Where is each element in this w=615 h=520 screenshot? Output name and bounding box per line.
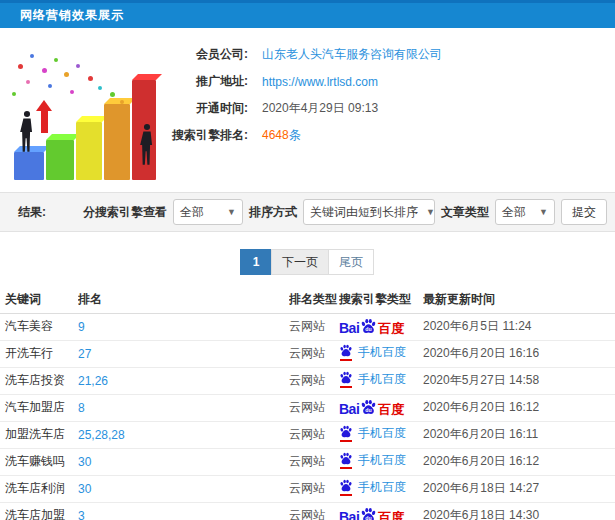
- header-engine-type: 搜索引擎类型: [339, 287, 423, 313]
- updated-time-cell: 2020年6月18日 14:27: [423, 475, 615, 502]
- info-row-company: 会员公司: 山东老人头汽车服务咨询有限公司: [170, 41, 615, 68]
- rank-count-value: 4648条: [262, 127, 301, 144]
- mobile-baidu-logo: 手机百度: [339, 344, 406, 361]
- header-updated: 最新更新时间: [423, 287, 615, 313]
- company-link[interactable]: 山东老人头汽车服务咨询有限公司: [262, 46, 442, 63]
- baidu-logo: Baidu百度: [339, 507, 404, 520]
- baidu-paw-icon: du: [360, 318, 377, 335]
- engine-type-cell: 手机百度: [339, 448, 423, 475]
- updated-time-cell: 2020年6月18日 14:30: [423, 502, 615, 520]
- top-section: 会员公司: 山东老人头汽车服务咨询有限公司 推广地址: https://www.…: [0, 28, 615, 192]
- rank-type-cell: 云网站: [289, 475, 339, 502]
- chevron-down-icon: ▼: [539, 207, 548, 217]
- table-row: 加盟洗车店25,28,28云网站手机百度2020年6月20日 16:11: [0, 421, 615, 448]
- engine-type-cell: Baidu百度: [339, 502, 423, 520]
- keyword-cell: 加盟洗车店: [0, 421, 78, 448]
- sort-select[interactable]: 关键词由短到长排序 ▼: [303, 199, 435, 225]
- header-rank: 排名: [78, 287, 289, 313]
- page-header: 网络营销效果展示: [0, 0, 615, 28]
- mobile-baidu-logo: 手机百度: [339, 371, 406, 388]
- keyword-cell: 洗车店利润: [0, 475, 78, 502]
- sort-label: 排序方式: [249, 204, 297, 221]
- next-page-button[interactable]: 下一页: [271, 249, 329, 275]
- header-rank-type: 排名类型: [289, 287, 339, 313]
- article-type-label: 文章类型: [441, 204, 489, 221]
- updated-time-cell: 2020年5月27日 14:58: [423, 367, 615, 394]
- baidu-paw-icon: [339, 425, 353, 441]
- businessman-figure: [138, 120, 156, 170]
- promo-url-link[interactable]: https://www.lrtlsd.com: [262, 75, 378, 89]
- mobile-baidu-logo: 手机百度: [339, 425, 406, 442]
- updated-time-cell: 2020年6月20日 16:16: [423, 340, 615, 367]
- result-label: 结果:: [18, 204, 46, 221]
- baidu-paw-icon: du: [360, 399, 377, 416]
- engine-filter-selected-value: 全部: [180, 204, 204, 221]
- rank-cell[interactable]: 30: [78, 448, 289, 475]
- rank-type-cell: 云网站: [289, 394, 339, 421]
- open-time-label: 开通时间:: [170, 100, 248, 117]
- rank-cell[interactable]: 9: [78, 313, 289, 340]
- rank-type-cell: 云网站: [289, 367, 339, 394]
- rank-cell[interactable]: 30: [78, 475, 289, 502]
- page-title: 网络营销效果展示: [20, 7, 124, 24]
- table-body: 汽车美容9云网站Baidu百度2020年6月5日 11:24开洗车行27云网站手…: [0, 313, 615, 520]
- article-type-select[interactable]: 全部 ▼: [495, 199, 555, 225]
- article-type-selected-value: 全部: [502, 204, 526, 221]
- last-page-button[interactable]: 尾页: [328, 249, 374, 275]
- illustration-bar-orange: [104, 104, 130, 180]
- updated-time-cell: 2020年6月20日 16:12: [423, 394, 615, 421]
- illustration-bar-blue: [14, 152, 44, 180]
- engine-filter-label: 分搜索引擎查看: [83, 204, 167, 221]
- submit-button[interactable]: 提交: [561, 199, 607, 225]
- baidu-logo: Baidu百度: [339, 318, 404, 335]
- rank-cell[interactable]: 27: [78, 340, 289, 367]
- table-row: 汽车加盟店8云网站Baidu百度2020年6月20日 16:12: [0, 394, 615, 421]
- engine-type-cell: 手机百度: [339, 475, 423, 502]
- sort-selected-value: 关键词由短到长排序: [310, 204, 418, 221]
- chevron-down-icon: ▼: [426, 207, 435, 217]
- ranking-table: 关键词 排名 排名类型 搜索引擎类型 最新更新时间 汽车美容9云网站Baidu百…: [0, 287, 615, 520]
- engine-type-cell: 手机百度: [339, 367, 423, 394]
- account-info: 会员公司: 山东老人头汽车服务咨询有限公司 推广地址: https://www.…: [170, 28, 615, 192]
- illustration-bar-yellow: [76, 122, 102, 180]
- open-time-value: 2020年4月29日 09:13: [262, 100, 378, 117]
- rank-count-label: 搜索引擎排名:: [170, 127, 248, 144]
- businessman-figure: [18, 110, 36, 154]
- illustration-bar-green: [46, 140, 74, 180]
- mobile-baidu-logo: 手机百度: [339, 479, 406, 496]
- rank-cell[interactable]: 8: [78, 394, 289, 421]
- baidu-paw-icon: [339, 371, 353, 387]
- company-label: 会员公司:: [170, 46, 248, 63]
- keyword-cell: 汽车美容: [0, 313, 78, 340]
- rank-type-cell: 云网站: [289, 448, 339, 475]
- svg-text:du: du: [366, 326, 372, 332]
- table-row: 洗车店利润30云网站手机百度2020年6月18日 14:27: [0, 475, 615, 502]
- filter-controls: 分搜索引擎查看 全部 ▼ 排序方式 关键词由短到长排序 ▼ 文章类型 全部 ▼ …: [83, 199, 607, 225]
- rank-count-suffix[interactable]: 条: [289, 128, 301, 142]
- rank-cell[interactable]: 25,28,28: [78, 421, 289, 448]
- keyword-cell: 洗车赚钱吗: [0, 448, 78, 475]
- pagination: 1 下一页 尾页: [0, 249, 615, 275]
- mobile-baidu-logo: 手机百度: [339, 452, 406, 469]
- page-button-1[interactable]: 1: [240, 249, 272, 275]
- filter-bar: 结果: 分搜索引擎查看 全部 ▼ 排序方式 关键词由短到长排序 ▼ 文章类型 全…: [0, 192, 615, 232]
- engine-filter-select[interactable]: 全部 ▼: [173, 199, 243, 225]
- engine-type-cell: 手机百度: [339, 340, 423, 367]
- rank-count-number: 4648: [262, 128, 289, 142]
- baidu-paw-icon: [339, 479, 353, 495]
- info-row-rank-count: 搜索引擎排名: 4648条: [170, 122, 615, 149]
- table-row: 洗车店加盟3云网站Baidu百度2020年6月18日 14:30: [0, 502, 615, 520]
- keyword-cell: 洗车店投资: [0, 367, 78, 394]
- info-row-url: 推广地址: https://www.lrtlsd.com: [170, 68, 615, 95]
- svg-text:du: du: [366, 515, 372, 520]
- bar-chart-illustration: [0, 28, 170, 192]
- chevron-down-icon: ▼: [227, 207, 236, 217]
- rank-cell[interactable]: 21,26: [78, 367, 289, 394]
- keyword-cell: 洗车店加盟: [0, 502, 78, 520]
- rank-cell[interactable]: 3: [78, 502, 289, 520]
- promo-url-label: 推广地址:: [170, 73, 248, 90]
- table-row: 洗车赚钱吗30云网站手机百度2020年6月20日 16:12: [0, 448, 615, 475]
- updated-time-cell: 2020年6月20日 16:12: [423, 448, 615, 475]
- engine-type-cell: 手机百度: [339, 421, 423, 448]
- table-row: 开洗车行27云网站手机百度2020年6月20日 16:16: [0, 340, 615, 367]
